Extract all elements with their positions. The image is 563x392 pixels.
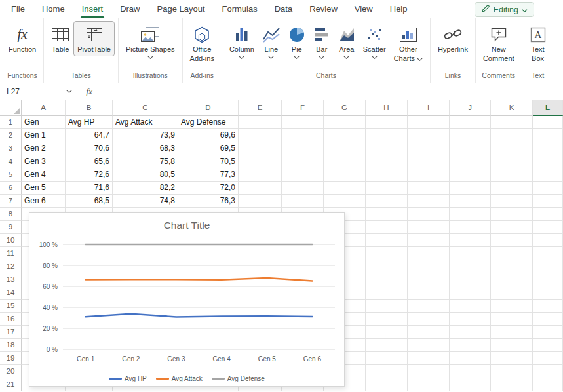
cell-L9[interactable] (533, 221, 563, 234)
cell-E1[interactable] (239, 116, 282, 129)
chart-title[interactable]: Chart Title (29, 220, 344, 231)
ribbon-button-other-charts[interactable]: OtherCharts (391, 22, 426, 65)
column-header-J[interactable]: J (450, 100, 491, 116)
editing-mode-button[interactable]: Editing (475, 2, 534, 17)
cell-L4[interactable] (533, 155, 563, 168)
cell-J9[interactable] (450, 221, 491, 234)
cell-A1[interactable]: Gen (22, 116, 66, 129)
cell-J13[interactable] (450, 273, 491, 286)
chevron-down-icon[interactable] (147, 56, 153, 59)
ribbon-button-pie[interactable]: Pie (285, 22, 309, 60)
row-header-17[interactable]: 17 (0, 326, 22, 339)
cell-I9[interactable] (408, 221, 450, 234)
column-header-D[interactable]: D (178, 100, 239, 116)
cell-K10[interactable] (491, 234, 533, 247)
cell-F4[interactable] (282, 155, 324, 168)
column-header-I[interactable]: I (408, 100, 450, 116)
cell-L17[interactable] (533, 326, 563, 339)
ribbon-button-line[interactable]: Line (259, 22, 284, 60)
ribbon-button-table[interactable]: Table (48, 22, 73, 56)
cell-E6[interactable] (239, 182, 282, 195)
cell-K15[interactable] (491, 300, 533, 313)
cell-H11[interactable] (366, 247, 408, 260)
cell-B1[interactable]: Avg HP (66, 116, 113, 129)
menu-tab-file[interactable]: File (3, 0, 33, 18)
row-header-20[interactable]: 20 (0, 365, 22, 378)
ribbon-button-hyperlink[interactable]: Hyperlink (435, 22, 471, 56)
cell-H8[interactable] (366, 208, 408, 221)
cell-K2[interactable] (491, 129, 533, 142)
cell-K13[interactable] (491, 273, 533, 286)
cell-H9[interactable] (366, 221, 408, 234)
cell-J5[interactable] (450, 168, 491, 182)
cell-K4[interactable] (491, 155, 533, 168)
ribbon-button-scatter[interactable]: Scatter (360, 22, 389, 60)
cell-K12[interactable] (491, 260, 533, 273)
cell-H1[interactable] (366, 116, 408, 129)
row-header-5[interactable]: 5 (0, 168, 22, 182)
row-header-15[interactable]: 15 (0, 300, 22, 313)
row-header-1[interactable]: 1 (0, 116, 22, 129)
cell-F5[interactable] (282, 168, 324, 182)
cell-J6[interactable] (450, 182, 491, 195)
cell-I17[interactable] (408, 326, 450, 339)
cell-L14[interactable] (533, 286, 563, 300)
cell-H12[interactable] (366, 260, 408, 273)
cell-K9[interactable] (491, 221, 533, 234)
cell-I7[interactable] (408, 195, 450, 208)
column-header-B[interactable]: B (66, 100, 113, 116)
cell-C2[interactable]: 73,9 (113, 129, 178, 142)
cell-K5[interactable] (491, 168, 533, 182)
cell-H13[interactable] (366, 273, 408, 286)
cell-H20[interactable] (366, 365, 408, 378)
cell-K14[interactable] (491, 286, 533, 300)
cell-K8[interactable] (491, 208, 533, 221)
row-header-2[interactable]: 2 (0, 129, 22, 142)
cell-K11[interactable] (491, 247, 533, 260)
cell-H5[interactable] (366, 168, 408, 182)
select-all-corner[interactable] (0, 100, 22, 116)
cell-E4[interactable] (239, 155, 282, 168)
cell-I2[interactable] (408, 129, 450, 142)
cell-F6[interactable] (282, 182, 324, 195)
cell-A5[interactable]: Gen 4 (22, 168, 66, 182)
menu-tab-view[interactable]: View (346, 0, 381, 18)
menu-tab-insert[interactable]: Insert (73, 0, 112, 18)
cell-I20[interactable] (408, 365, 450, 378)
cell-D5[interactable]: 77,3 (178, 168, 239, 182)
cell-B4[interactable]: 65,6 (66, 155, 113, 168)
row-header-16[interactable]: 16 (0, 313, 22, 326)
ribbon-button-function[interactable]: fxFunction (5, 22, 39, 56)
cell-J12[interactable] (450, 260, 491, 273)
cell-K7[interactable] (491, 195, 533, 208)
legend-item-avg-attack[interactable]: Avg Attack (156, 375, 203, 382)
cell-L16[interactable] (533, 313, 563, 326)
formula-input[interactable] (101, 83, 563, 100)
cell-K19[interactable] (491, 352, 533, 365)
cell-G2[interactable] (324, 129, 366, 142)
cell-L7[interactable] (533, 195, 563, 208)
cell-G3[interactable] (324, 142, 366, 155)
cell-F3[interactable] (282, 142, 324, 155)
ribbon-button-column[interactable]: Column (226, 22, 258, 60)
cell-A4[interactable]: Gen 3 (22, 155, 66, 168)
ribbon-button-office-add-ins[interactable]: OfficeAdd-ins (187, 22, 218, 65)
cell-J8[interactable] (450, 208, 491, 221)
cell-H15[interactable] (366, 300, 408, 313)
ribbon-button-new-comment[interactable]: NewComment (480, 22, 518, 65)
cell-I11[interactable] (408, 247, 450, 260)
cell-I3[interactable] (408, 142, 450, 155)
cell-K1[interactable] (491, 116, 533, 129)
cell-B7[interactable]: 68,5 (66, 195, 113, 208)
cell-E5[interactable] (239, 168, 282, 182)
ribbon-button-text-box[interactable]: ATextBox (526, 22, 550, 65)
cell-D7[interactable]: 76,3 (178, 195, 239, 208)
cell-J10[interactable] (450, 234, 491, 247)
cell-K17[interactable] (491, 326, 533, 339)
cell-J20[interactable] (450, 365, 491, 378)
name-box[interactable]: L27 (0, 83, 77, 100)
cell-I18[interactable] (408, 339, 450, 352)
cell-J15[interactable] (450, 300, 491, 313)
cell-L5[interactable] (533, 168, 563, 182)
cell-L13[interactable] (533, 273, 563, 286)
